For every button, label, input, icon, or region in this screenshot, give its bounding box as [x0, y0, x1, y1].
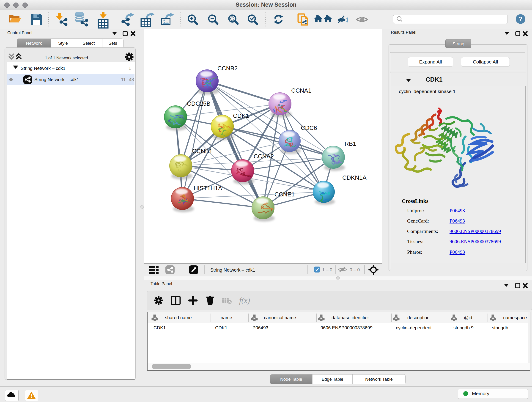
svg-text:CDKN1A: CDKN1A — [342, 174, 367, 181]
svg-text:String Network – cdk1: String Network – cdk1 — [210, 268, 255, 273]
svg-text:CDC6: CDC6 — [301, 124, 317, 131]
svg-text:CCNE1: CCNE1 — [274, 191, 295, 198]
svg-text:0 – 0: 0 – 0 — [350, 267, 360, 272]
svg-text:canonical name: canonical name — [264, 315, 296, 320]
svg-text:name: name — [221, 315, 232, 320]
svg-text:namespace: namespace — [503, 315, 527, 320]
svg-text:f(x): f(x) — [239, 296, 250, 305]
svg-text:1 – 0: 1 – 0 — [322, 267, 332, 272]
svg-text:CCNA2: CCNA2 — [254, 153, 274, 160]
svg-text:RB1: RB1 — [345, 140, 356, 147]
svg-text:?: ? — [519, 15, 523, 23]
svg-text:CCNA1: CCNA1 — [291, 87, 311, 94]
svg-text:CCNB1: CCNB1 — [192, 148, 212, 154]
svg-text:CDK1: CDK1 — [233, 112, 249, 119]
svg-text:@id: @id — [464, 315, 472, 320]
svg-text:shared name: shared name — [165, 315, 192, 320]
svg-text:HIST1H1A: HIST1H1A — [194, 185, 222, 191]
svg-text:description: description — [407, 315, 430, 320]
svg-text:database identifier: database identifier — [331, 315, 369, 320]
svg-text:CCNB2: CCNB2 — [217, 65, 238, 72]
svg-text:CDC25B: CDC25B — [187, 100, 210, 107]
